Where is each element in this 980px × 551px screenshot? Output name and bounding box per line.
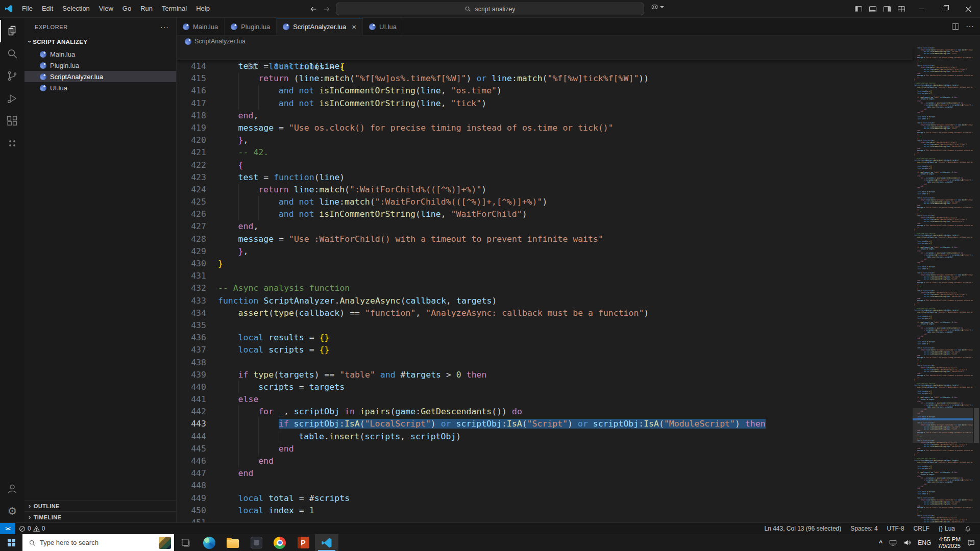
- code-line-418[interactable]: 418end,: [177, 110, 913, 122]
- code-line-448[interactable]: 448: [177, 480, 913, 492]
- code-line-434[interactable]: 434assert(type(callback) == "function", …: [177, 307, 913, 319]
- menu-selection[interactable]: Selection: [58, 0, 94, 17]
- close-tab-icon[interactable]: ×: [352, 22, 356, 31]
- code-line-429[interactable]: 429},: [177, 245, 913, 258]
- activity-search[interactable]: [0, 42, 24, 65]
- code-line-423[interactable]: 423test = function(line): [177, 171, 913, 184]
- chrome-button[interactable]: [268, 534, 291, 551]
- powerpoint-button[interactable]: P: [291, 534, 315, 551]
- tab-main-lua[interactable]: Main.lua: [177, 18, 225, 35]
- breadcrumb[interactable]: ScriptAnalyzer.lua: [177, 36, 980, 47]
- notifications-bell[interactable]: [960, 523, 976, 534]
- taskbar-search[interactable]: Type here to search: [22, 534, 174, 551]
- code-line-445[interactable]: 445end: [177, 443, 913, 455]
- activity-extensions[interactable]: [0, 110, 24, 132]
- toggle-secondary-sidebar-icon[interactable]: [883, 5, 891, 13]
- search-highlight-thumbnail[interactable]: [159, 537, 171, 549]
- minimize-button[interactable]: [910, 0, 933, 18]
- start-button[interactable]: [0, 534, 22, 551]
- code-line-451[interactable]: 451: [177, 517, 913, 522]
- code-area[interactable]: 414test = function(line)415return (line:…: [177, 60, 913, 522]
- code-line-416[interactable]: 416and not isInCommentOrString(line, "os…: [177, 85, 913, 97]
- action-center-icon[interactable]: [967, 539, 975, 546]
- more-actions-icon[interactable]: ···: [966, 22, 974, 31]
- tab-plugin-lua[interactable]: Plugin.lua: [225, 18, 277, 35]
- code-line-431[interactable]: 431: [177, 270, 913, 282]
- code-line-427[interactable]: 427end,: [177, 220, 913, 233]
- indentation[interactable]: Spaces: 4: [846, 523, 882, 534]
- file-main-lua[interactable]: Main.lua: [24, 48, 176, 60]
- sticky-scroll-line[interactable]: 66local rules = {: [177, 47, 913, 60]
- code-line-421[interactable]: 421-- 42.: [177, 146, 913, 159]
- code-line-426[interactable]: 426and not isInCommentOrString(line, "Wa…: [177, 208, 913, 220]
- copilot-icon[interactable]: [651, 4, 664, 10]
- problems-indicator[interactable]: 0 0: [15, 523, 48, 534]
- code-line-417[interactable]: 417and not isInCommentOrString(line, "ti…: [177, 97, 913, 110]
- code-line-437[interactable]: 437local scripts = {}: [177, 344, 913, 356]
- encoding[interactable]: UTF-8: [883, 523, 909, 534]
- edge-button[interactable]: [198, 534, 221, 551]
- activity-accounts[interactable]: [0, 478, 24, 500]
- vertical-scrollbar[interactable]: [973, 47, 980, 522]
- menu-go[interactable]: Go: [118, 0, 136, 17]
- code-line-444[interactable]: 444table.insert(scripts, scriptObj): [177, 431, 913, 443]
- code-line-433[interactable]: 433function ScriptAnalyzer.AnalyzeAsync(…: [177, 295, 913, 307]
- code-line-435[interactable]: 435: [177, 319, 913, 332]
- dark-app-button[interactable]: [244, 534, 268, 551]
- file-scriptanalyzer-lua[interactable]: ScriptAnalyzer.lua: [24, 71, 176, 82]
- language-mode[interactable]: {} Lua: [934, 523, 960, 534]
- code-line-442[interactable]: 442for _, scriptObj in ipairs(game:GetDe…: [177, 406, 913, 418]
- command-center-search[interactable]: script analizey: [336, 3, 644, 15]
- restore-button[interactable]: [933, 0, 957, 18]
- cursor-position[interactable]: Ln 443, Col 13 (96 selected): [760, 523, 846, 534]
- minimap[interactable]: test = function(line)return (line:match(…: [913, 47, 973, 522]
- minimap-slider[interactable]: [913, 408, 973, 443]
- forward-arrow-icon[interactable]: [323, 5, 331, 13]
- menu-edit[interactable]: Edit: [37, 0, 58, 17]
- vscode-taskbar-button[interactable]: [315, 534, 338, 551]
- activity-explorer[interactable]: [0, 20, 24, 42]
- code-line-443[interactable]: 443if scriptObj:IsA("LocalScript") or sc…: [177, 418, 913, 430]
- activity-settings[interactable]: ⚙: [0, 500, 24, 522]
- activity-remote-explorer[interactable]: [0, 132, 24, 155]
- code-line-419[interactable]: 419message = "Use os.clock() for precise…: [177, 122, 913, 134]
- code-line-450[interactable]: 450local index = 1: [177, 505, 913, 517]
- code-line-432[interactable]: 432-- Async analysis function: [177, 282, 913, 294]
- back-arrow-icon[interactable]: [309, 5, 317, 13]
- code-line-438[interactable]: 438: [177, 357, 913, 369]
- file-explorer-button[interactable]: [221, 534, 244, 551]
- code-line-430[interactable]: 430}: [177, 258, 913, 270]
- toggle-panel-icon[interactable]: [869, 5, 877, 13]
- code-line-441[interactable]: 441else: [177, 393, 913, 406]
- tab-scriptanalyzer-lua[interactable]: ScriptAnalyzer.lua×: [277, 18, 363, 35]
- code-line-415[interactable]: 415return (line:match("%f[%w]os%.time%f[…: [177, 72, 913, 85]
- code-line-440[interactable]: 440scripts = targets: [177, 381, 913, 393]
- menu-file[interactable]: File: [17, 0, 37, 17]
- network-icon[interactable]: [889, 539, 897, 546]
- code-line-449[interactable]: 449local total = #scripts: [177, 492, 913, 505]
- code-line-420[interactable]: 420},: [177, 134, 913, 146]
- code-editor[interactable]: 66local rules = { 414test = function(lin…: [177, 47, 980, 522]
- code-line-447[interactable]: 447end: [177, 467, 913, 480]
- scrollbar-thumb[interactable]: [974, 408, 979, 443]
- outline-section[interactable]: › OUTLINE: [24, 500, 176, 511]
- activity-run-debug[interactable]: [0, 87, 24, 110]
- menu-run[interactable]: Run: [136, 0, 157, 17]
- code-line-422[interactable]: 422{: [177, 159, 913, 171]
- more-actions-icon[interactable]: ···: [160, 23, 169, 31]
- code-line-439[interactable]: 439if type(targets) == "table" and #targ…: [177, 369, 913, 381]
- file-plugin-lua[interactable]: Plugin.lua: [24, 60, 176, 71]
- workspace-folder[interactable]: › SCRIPT ANALIZEY: [24, 36, 176, 47]
- customize-layout-icon[interactable]: [897, 5, 905, 13]
- menu-help[interactable]: Help: [191, 0, 214, 17]
- taskbar-clock[interactable]: 4:55 PM 7/9/2025: [938, 536, 961, 549]
- volume-icon[interactable]: [903, 539, 911, 546]
- code-line-446[interactable]: 446end: [177, 455, 913, 467]
- menu-terminal[interactable]: Terminal: [157, 0, 191, 17]
- file-ui-lua[interactable]: UI.lua: [24, 82, 176, 93]
- code-line-436[interactable]: 436local results = {}: [177, 332, 913, 344]
- hidden-icons-chevron[interactable]: ^: [879, 539, 883, 546]
- eol-sequence[interactable]: CRLF: [909, 523, 934, 534]
- close-button[interactable]: [957, 0, 980, 18]
- timeline-section[interactable]: › TIMELINE: [24, 511, 176, 522]
